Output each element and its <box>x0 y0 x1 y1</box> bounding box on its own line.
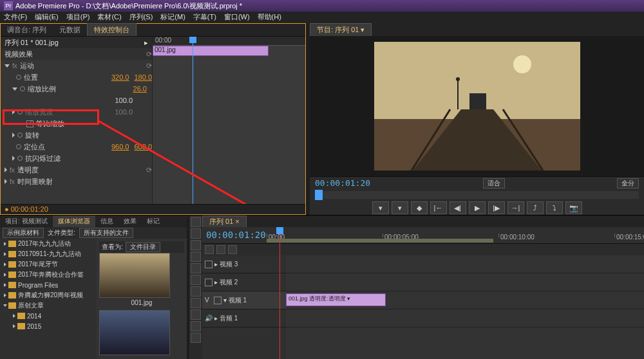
ripple-tool[interactable] <box>191 240 201 250</box>
rolling-tool[interactable] <box>191 252 201 262</box>
mark-out-button[interactable]: ▾ <box>392 201 408 214</box>
go-to-out-button[interactable]: →| <box>507 201 524 214</box>
tab-media-browser[interactable]: 媒体浏览器 <box>53 216 95 227</box>
lift-button[interactable]: ⤴ <box>527 201 544 214</box>
media-thumbnail[interactable] <box>99 253 170 298</box>
snap-toggle-icon[interactable] <box>205 245 214 254</box>
viewas-dropdown[interactable]: 文件目录 <box>126 242 160 252</box>
timeline-ruler[interactable]: 00:00 00:00:05:00 00:00:10:00 00:00:15:0… <box>267 227 644 243</box>
position-row[interactable]: 位置 320.0 180.0 <box>1 71 152 83</box>
filetype-dropdown[interactable]: 所有支持的文件 <box>79 228 133 238</box>
scale-slider-row[interactable]: 100.0 <box>1 95 152 106</box>
track-head-a1[interactable]: 🔊▸音频 1 <box>202 309 286 327</box>
extract-button[interactable]: ⤵ <box>546 201 563 214</box>
reset-icon[interactable]: ⟳ <box>146 50 152 59</box>
tree-item[interactable]: 20170911-九九九活动 <box>0 249 97 259</box>
menu-marker[interactable]: 标记(M) <box>160 12 185 23</box>
tree-item[interactable]: 2017年尾牙节 <box>0 259 97 270</box>
program-viewport[interactable] <box>310 36 644 176</box>
program-tab[interactable]: 节目: 序列 01 ▾ <box>310 23 372 36</box>
menu-clip[interactable]: 素材(C) <box>97 12 121 23</box>
eye-icon[interactable] <box>214 297 222 304</box>
lane-a1[interactable] <box>286 309 644 327</box>
tab-info[interactable]: 信息 <box>95 216 118 227</box>
rotation-row[interactable]: 旋转 <box>1 129 152 141</box>
eye-icon[interactable] <box>205 261 213 268</box>
timeline-timecode[interactable]: 00:00:01:20 <box>202 227 267 243</box>
track-select-tool[interactable] <box>191 228 201 239</box>
linked-selection-icon[interactable] <box>216 245 225 254</box>
track-head-v2[interactable]: ▸视频 2 <box>202 273 286 291</box>
step-back-button[interactable]: ◀| <box>450 201 466 214</box>
track-head-v3[interactable]: ▸视频 3 <box>202 255 286 273</box>
uniform-scale-checkbox[interactable] <box>26 120 33 127</box>
reset-icon[interactable]: ⟳ <box>146 62 152 70</box>
effect-timeline[interactable]: 00:00 001.jpg <box>152 37 305 204</box>
tab-audio-mixer[interactable]: 调音台: 序列 <box>1 24 53 36</box>
scale-value[interactable]: 26.0 <box>133 85 147 93</box>
add-marker-button[interactable]: ◆ <box>411 201 428 214</box>
program-scrubber[interactable] <box>315 191 639 199</box>
anchor-y[interactable]: 600.0 <box>134 143 152 151</box>
mark-in-button[interactable]: ▾ <box>372 201 389 214</box>
program-playhead[interactable] <box>315 190 323 200</box>
track-head-v1[interactable]: V ▾视频 1 <box>202 291 286 309</box>
timeline-tab[interactable]: 序列 01 × <box>202 216 247 227</box>
keyframe-toggle-icon[interactable] <box>16 75 21 80</box>
menu-title[interactable]: 字幕(T) <box>193 12 216 23</box>
slip-tool[interactable] <box>191 286 201 297</box>
tab-effect-controls[interactable]: 特效控制台 <box>87 23 137 36</box>
tree-item[interactable]: 原创文章 <box>0 300 97 311</box>
v-patch[interactable]: V <box>205 297 209 304</box>
tree-item[interactable]: 2017年奔腾校企合作签 <box>0 270 97 280</box>
marker-icon[interactable] <box>228 245 237 254</box>
program-zoom-fit[interactable]: 适合 <box>483 178 505 189</box>
tab-markers[interactable]: 标记 <box>142 216 165 227</box>
tab-metadata[interactable]: 元数据 <box>53 24 87 36</box>
keyframe-toggle-icon[interactable] <box>20 86 25 91</box>
folder-tree[interactable]: 2017年九九九活动 20170911-九九九活动 2017年尾牙节 2017年… <box>0 239 97 359</box>
razor-tool[interactable] <box>191 275 201 285</box>
tree-item[interactable]: 奔腾威力狮20周年视频 <box>0 290 97 300</box>
work-area-bar[interactable] <box>267 239 493 243</box>
timeline-playhead[interactable] <box>279 227 280 359</box>
opacity-group[interactable]: fx 透明度 ⟳ <box>1 164 152 176</box>
time-remap-group[interactable]: fx 时间重映射 <box>1 176 152 187</box>
scale-row[interactable]: 缩放比例 26.0 <box>1 83 152 95</box>
menu-help[interactable]: 帮助(H) <box>258 12 281 23</box>
effect-status-timecode[interactable]: ● 00:00:01:20 <box>1 204 305 214</box>
lane-v2[interactable] <box>286 273 644 291</box>
menu-window[interactable]: 窗口(W) <box>224 12 250 23</box>
play-button[interactable]: ▶ <box>469 201 486 214</box>
antiflicker-row[interactable]: 抗闪烁过滤 <box>1 152 152 164</box>
zoom-tool[interactable] <box>191 333 201 343</box>
menu-file[interactable]: 文件(F) <box>4 12 27 23</box>
export-frame-button[interactable]: 📷 <box>565 201 582 214</box>
tree-item[interactable]: 2017年九九九活动 <box>0 239 97 249</box>
menu-edit[interactable]: 编辑(E) <box>35 12 59 23</box>
timeline-clip[interactable]: 001.jpg 透明度:透明度 ▾ <box>286 293 386 306</box>
tree-item[interactable]: 2015 <box>0 321 97 331</box>
uniform-scale-row[interactable]: 等比缩放 <box>1 118 152 129</box>
anchor-x[interactable]: 960.0 <box>111 143 129 151</box>
effect-time-ruler[interactable]: 00:00 <box>153 37 305 46</box>
position-y[interactable]: 180.0 <box>134 73 152 81</box>
position-x[interactable]: 320.0 <box>111 73 129 81</box>
media-thumbnail[interactable] <box>99 310 170 355</box>
tab-project[interactable]: 项目: 视频测试 <box>0 216 53 227</box>
anchor-row[interactable]: 定位点 960.0 600.0 <box>1 141 152 152</box>
rate-stretch-tool[interactable] <box>191 263 201 273</box>
menu-sequence[interactable]: 序列(S) <box>129 12 153 23</box>
effect-playhead[interactable] <box>193 37 193 204</box>
menu-project[interactable]: 项目(P) <box>66 12 90 23</box>
motion-group[interactable]: fx 运动 ⟳ <box>1 60 152 71</box>
program-quality[interactable]: 全分 <box>617 178 639 189</box>
step-fwd-button[interactable]: |▶ <box>488 201 505 214</box>
eye-icon[interactable] <box>205 279 213 286</box>
slide-tool[interactable] <box>191 298 201 308</box>
lane-v1[interactable]: 001.jpg 透明度:透明度 ▾ <box>286 291 644 309</box>
hand-tool[interactable] <box>191 321 201 331</box>
pen-tool[interactable] <box>191 309 201 320</box>
tree-item[interactable]: 2014 <box>0 311 97 321</box>
tree-item[interactable]: Program Files <box>0 280 97 290</box>
